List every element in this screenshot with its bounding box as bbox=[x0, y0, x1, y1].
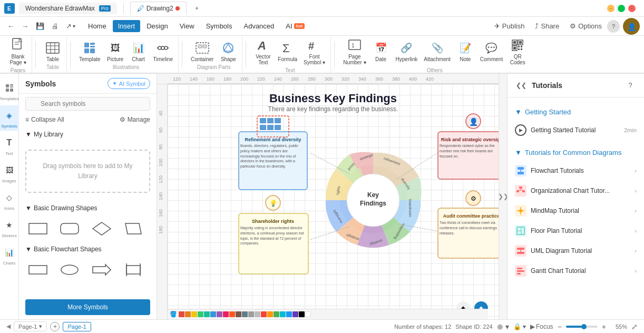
pagenumber-button[interactable]: 1 PageNumber ▾ bbox=[340, 36, 369, 67]
color-blue[interactable] bbox=[210, 311, 216, 317]
timeline-button[interactable]: Timeline bbox=[150, 38, 176, 64]
flowchart-oval[interactable] bbox=[57, 260, 82, 279]
picture-button[interactable]: 🖼 Picture bbox=[104, 38, 127, 64]
maximize-button[interactable]: □ bbox=[618, 5, 625, 12]
vert-charts[interactable]: 📊 Charts bbox=[2, 242, 17, 268]
getting-started-header[interactable]: ▼ Getting Started bbox=[508, 104, 644, 120]
color-orange[interactable] bbox=[185, 311, 191, 317]
vert-symbols[interactable]: ◈ Symbols bbox=[0, 105, 19, 131]
more-symbols-button[interactable]: More Symbols bbox=[25, 299, 150, 315]
basic-drawing-header[interactable]: ▼ Basic Drawing Shapes bbox=[19, 201, 157, 215]
flowchart-cylinder[interactable] bbox=[121, 260, 146, 279]
collapse-all-button[interactable]: ≡ Collapse All bbox=[25, 116, 64, 123]
vert-stickers[interactable]: ★ Stickers bbox=[2, 215, 17, 240]
zoom-slider[interactable] bbox=[566, 326, 598, 328]
template-button[interactable]: Template bbox=[76, 38, 104, 64]
color-brown[interactable] bbox=[236, 311, 241, 317]
color-teal[interactable] bbox=[204, 311, 210, 317]
close-button[interactable]: × bbox=[628, 5, 636, 12]
options-button[interactable]: ⚙ Options bbox=[564, 20, 607, 32]
orgchart-tutorial[interactable]: Organizational Chart Tutor... › bbox=[508, 181, 644, 201]
print-button[interactable]: 🖨 bbox=[48, 20, 62, 32]
menu-design[interactable]: Design bbox=[141, 20, 173, 32]
color-black[interactable] bbox=[299, 311, 305, 317]
shape-rounded-rect[interactable] bbox=[57, 219, 82, 238]
color-grey[interactable] bbox=[242, 311, 248, 317]
user-avatar[interactable]: 👤 bbox=[623, 18, 640, 35]
basic-flowchart-header[interactable]: ▼ Basic Flowchart Shapes bbox=[19, 242, 157, 256]
formula-button[interactable]: Σ Formula bbox=[275, 38, 300, 64]
share-button[interactable]: ⤴ Share bbox=[530, 20, 564, 32]
fontsymbol-button[interactable]: # FontSymbol ▾ bbox=[300, 36, 328, 67]
color-cyan[interactable] bbox=[280, 311, 286, 317]
shape-button[interactable]: Shape bbox=[217, 38, 240, 64]
qrcodes-button[interactable]: QRCodes bbox=[506, 36, 529, 67]
panel-help-icon[interactable]: ? bbox=[624, 79, 637, 92]
flowchart-arrow[interactable] bbox=[89, 260, 114, 279]
shape-rectangle[interactable] bbox=[25, 219, 51, 238]
table-button[interactable]: Table bbox=[41, 38, 64, 64]
color-purple[interactable] bbox=[217, 311, 222, 317]
uml-tutorial[interactable]: UML Diagram Tutorial › bbox=[508, 241, 644, 261]
zoom-out-button[interactable]: − bbox=[558, 322, 562, 331]
menu-advanced[interactable]: Advanced bbox=[238, 20, 279, 32]
hyperlink-button[interactable]: 🔗 Hyperlink bbox=[393, 38, 421, 64]
canvas-content[interactable]: Business Key Findings There are key find… bbox=[168, 84, 499, 319]
nav-forward-button[interactable]: → bbox=[18, 20, 32, 32]
my-library-header[interactable]: ▼ My Library bbox=[19, 128, 157, 141]
right-panel-collapse[interactable]: ❯❯ bbox=[499, 74, 507, 319]
container-button[interactable]: Container bbox=[188, 38, 217, 64]
color-green2[interactable] bbox=[274, 311, 279, 317]
publish-button[interactable]: ✈ Publish bbox=[489, 20, 530, 32]
vert-templates[interactable]: Templates bbox=[0, 78, 19, 103]
ai-symbol-button[interactable]: ✦ AI Symbol bbox=[108, 78, 150, 89]
comment-button[interactable]: 💬 Comment bbox=[477, 38, 506, 64]
focus-button[interactable]: ▶ Focus bbox=[530, 323, 553, 330]
color-white[interactable] bbox=[305, 311, 311, 317]
nav-back-button[interactable]: ← bbox=[4, 20, 17, 32]
manage-button[interactable]: ⚙ Manage bbox=[120, 116, 150, 123]
add-tab-button[interactable]: + bbox=[191, 2, 203, 15]
color-amber[interactable] bbox=[267, 311, 273, 317]
flowchart-rect[interactable] bbox=[25, 260, 51, 279]
lock-icon[interactable]: 🔒 ▾ bbox=[513, 323, 526, 330]
panel-collapse-button[interactable]: ❮❮ bbox=[515, 79, 528, 92]
color-brightred[interactable] bbox=[261, 311, 267, 317]
color-green[interactable] bbox=[198, 311, 203, 317]
menu-ai[interactable]: AI hot bbox=[280, 20, 310, 32]
gantt-tutorial[interactable]: Gantt Chart Tutorial › bbox=[508, 261, 644, 281]
color-lightgrey[interactable] bbox=[255, 311, 260, 317]
prev-page-button[interactable]: ◀ bbox=[6, 323, 11, 330]
save-button[interactable]: 💾 bbox=[33, 20, 47, 32]
color-deeporange[interactable] bbox=[229, 311, 235, 317]
common-diagrams-header[interactable]: ▼ Tutorials for Common Diagrams bbox=[508, 144, 644, 161]
color-pink[interactable] bbox=[223, 311, 229, 317]
canvas-area[interactable]: 120 140 160 180 200 220 240 260 280 300 … bbox=[157, 74, 499, 319]
vectortext-button[interactable]: A VectorText bbox=[251, 36, 275, 67]
color-deeppurple[interactable] bbox=[292, 311, 298, 317]
fit-screen-button[interactable]: ⤢ bbox=[631, 322, 638, 331]
color-medgrey[interactable] bbox=[248, 311, 254, 317]
menu-symbols[interactable]: Symbols bbox=[201, 20, 238, 32]
help-button[interactable]: ? bbox=[607, 20, 620, 33]
getting-started-tutorial[interactable]: ▶ Getting Started Tutorial 2min bbox=[508, 120, 644, 140]
page1-tab[interactable]: Page-1 ▾ bbox=[14, 321, 47, 331]
date-button[interactable]: 📅 Date bbox=[369, 38, 393, 64]
vert-images[interactable]: 🖼 Images bbox=[2, 160, 17, 185]
blank-page-button[interactable]: BlankPage ▾ bbox=[6, 36, 30, 67]
note-button[interactable]: 📝 Note bbox=[454, 38, 477, 64]
current-page-tab[interactable]: Page-1 bbox=[63, 322, 91, 331]
flowchart-tutorial[interactable]: Flowchart Tutorials › bbox=[508, 161, 644, 181]
color-yellow[interactable] bbox=[191, 311, 197, 317]
menu-insert[interactable]: Insert bbox=[113, 20, 141, 32]
minimize-button[interactable]: − bbox=[607, 5, 614, 12]
shape-parallelogram[interactable] bbox=[121, 219, 146, 238]
floorplan-tutorial[interactable]: Floor Plan Tutorial › bbox=[508, 221, 644, 241]
vert-icons[interactable]: ◇ Icons bbox=[2, 188, 17, 213]
tab-app[interactable]: Wondershare EdrawMax Pro bbox=[19, 3, 117, 14]
chart-button[interactable]: 📊 Chart bbox=[127, 38, 150, 64]
color-blue2[interactable] bbox=[286, 311, 292, 317]
search-input[interactable] bbox=[25, 97, 150, 111]
menu-home[interactable]: Home bbox=[83, 20, 112, 32]
vert-text[interactable]: T Text bbox=[2, 133, 17, 158]
